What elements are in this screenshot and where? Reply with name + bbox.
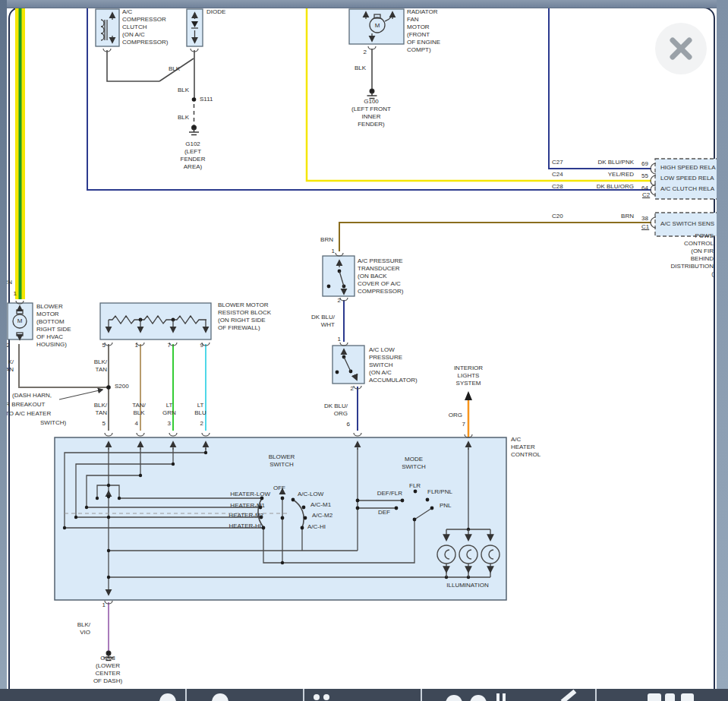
label-resistor-block: BLOWER MOTOR RESISTOR BLOCK (ON RIGHT SI…	[218, 302, 271, 332]
label-c20-pin: 38	[641, 215, 648, 223]
label-box-pin3: 3	[168, 420, 171, 428]
draw-icon[interactable]	[561, 690, 577, 701]
label-ac-hi: A/C-HI	[307, 523, 326, 531]
label-dash-note-3: TO A/C HEATER	[5, 410, 51, 418]
close-button[interactable]	[655, 23, 707, 74]
label-def-flr: DEF/FLR	[377, 490, 402, 497]
label-radiator-fan: RADIATOR FAN MOTOR (FRONT OF ENGINE COMP…	[407, 8, 440, 54]
label-pcm: POWE CONTROL (ON FIR BEHIND DISTRIBUTION…	[671, 232, 714, 278]
toolbar-divider	[303, 689, 304, 701]
label-pin6: 6	[347, 421, 350, 428]
window-top-edge	[0, 0, 728, 8]
label-blk-tan-b: BLK/ TAN	[94, 402, 107, 417]
label-def: DEF	[378, 509, 390, 516]
label-bottom-pin1: 1	[102, 602, 106, 609]
pause-icon[interactable]	[503, 693, 506, 701]
blower-resistor-block-symbol	[100, 303, 211, 339]
label-ac-clutch: A/C COMPRESSOR CLUTCH (ON A/C COMPRESSOR…	[122, 8, 168, 46]
label-g102: G102 (LEFT FENDER AREA)	[181, 141, 206, 171]
label-transducer-pin1: 1	[332, 248, 335, 255]
label-dash-note-2: AR BREAKOUT	[2, 401, 45, 409]
label-blower-pin1: 1	[14, 290, 17, 298]
label-resistor-pin9: 9	[200, 342, 203, 349]
label-illumination: ILLUMINATION	[446, 582, 488, 589]
label-blower-m: M	[17, 317, 23, 325]
label-ac-m2: A/C-M2	[312, 512, 332, 519]
label-interior-lights: INTERIOR LIGHTS SYSTEM	[454, 365, 483, 387]
label-heater-m2: HEATER-M2	[228, 512, 263, 519]
label-g208: G208 (LOWER CENTER OF DASH)	[93, 655, 122, 685]
window-left-edge	[0, 0, 7, 701]
label-lowsw-pin2: 2	[351, 385, 354, 393]
label-transducer-pin2: 2	[338, 297, 341, 305]
label-c27-color: DK BLU/PNK	[597, 159, 634, 166]
label-c2: C2	[642, 191, 650, 199]
label-ac-clutch-relay: A/C CLUTCH RELA	[660, 185, 714, 193]
zoom-in-icon[interactable]	[470, 695, 487, 701]
grip-dots-icon[interactable]	[314, 694, 320, 700]
label-blk-tan-a: BLK/ TAN	[94, 358, 107, 374]
toolbar-divider	[595, 689, 597, 701]
label-diode: DIODE	[206, 8, 225, 16]
print-icon[interactable]	[648, 693, 661, 701]
label-mode-switch: MODE SWITCH	[402, 456, 426, 471]
label-box-pin5: 5	[102, 420, 106, 428]
label-blower-motor: BLOWER MOTOR (BOTTOM RIGHT SIDE OF HVAC …	[36, 303, 71, 349]
label-flr: FLR	[409, 482, 421, 490]
label-blk-3: BLK	[178, 114, 189, 122]
doc-icon[interactable]	[665, 693, 675, 701]
label-s111: S111	[200, 96, 213, 103]
label-lt-grn: LT GRN	[162, 402, 176, 417]
bottom-toolbar[interactable]	[0, 689, 728, 701]
label-blk-2: BLK	[178, 87, 189, 94]
label-brn: BRN	[320, 236, 333, 244]
label-high-speed-relay: HIGH SPEED RELA	[660, 164, 715, 172]
label-ac-switch-sense: A/C SWITCH SENS	[660, 220, 714, 228]
label-c20: C20	[552, 213, 563, 220]
label-fan-blk: BLK	[355, 65, 366, 72]
label-g100: G100 (LEFT FRONT INNER FENDER)	[351, 98, 391, 128]
label-c28: C28	[552, 183, 563, 191]
wiring-diagram-viewer: A/C COMPRESSOR CLUTCH (ON A/C COMPRESSOR…	[0, 0, 728, 701]
label-box-pin4: 4	[135, 420, 138, 428]
toolbar-divider	[421, 689, 422, 701]
label-blower-switch: BLOWER SWITCH	[269, 453, 295, 469]
help-icon[interactable]	[159, 693, 176, 701]
label-lowsw-pin1: 1	[338, 336, 341, 343]
zoom-out-icon[interactable]	[446, 695, 462, 701]
grip-dots-icon[interactable]	[323, 694, 329, 700]
label-c24-color: YEL/RED	[608, 171, 634, 178]
label-flr-pnl: FLR/PNL	[427, 488, 452, 496]
pause-icon[interactable]	[496, 693, 500, 701]
label-blk-vio: BLK/ VIO	[77, 621, 90, 636]
label-transducer: A/C PRESSURE TRANSDUCER (ON BACK COVER O…	[358, 257, 403, 295]
label-dash-note-4: SWITCH)	[40, 419, 66, 427]
label-fan-pin2: 2	[364, 49, 367, 56]
toolbar-divider	[185, 689, 187, 701]
label-blower-pin2: 2	[7, 342, 10, 349]
label-c24: C24	[552, 171, 563, 178]
label-dk-blu-org: DK BLU/ ORG	[324, 403, 348, 418]
label-heater-hi: HEATER-HI	[228, 523, 261, 530]
label-ac-m1: A/C-M1	[310, 501, 331, 509]
label-pnl: PNL	[440, 502, 452, 510]
label-resistor-pin7: 7	[168, 342, 171, 349]
label-heater-low: HEATER-LOW	[230, 491, 270, 498]
label-blk-1: BLK	[169, 65, 180, 73]
window-icon[interactable]	[681, 693, 694, 701]
label-c27: C27	[552, 159, 563, 166]
label-low-speed-relay: LOW SPEED RELA	[660, 175, 714, 182]
label-c20-color: BRN	[621, 213, 634, 220]
label-heater-m1: HEATER-M1	[230, 502, 265, 510]
close-icon	[655, 23, 707, 74]
info-icon[interactable]	[212, 693, 228, 701]
label-low-pressure-switch: A/C LOW PRESSURE SWITCH (ON A/C ACCUMULA…	[369, 346, 418, 384]
label-c27-pin: 69	[641, 160, 648, 168]
label-resistor-pin5: 5	[102, 342, 106, 349]
label-resistor-pin1: 1	[135, 342, 138, 349]
label-fan-m: M	[375, 22, 380, 30]
label-ac-low: A/C-LOW	[298, 491, 323, 498]
label-org: ORG	[449, 412, 462, 419]
label-box-pin2: 2	[200, 420, 203, 428]
label-s200: S200	[115, 383, 129, 390]
